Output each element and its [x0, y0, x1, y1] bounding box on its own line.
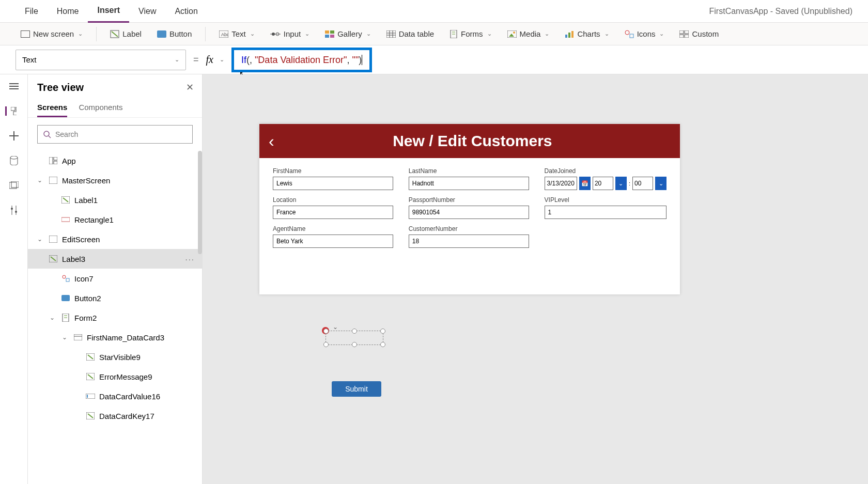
svg-rect-8	[330, 30, 334, 34]
input-dropdown[interactable]: Input ⌄	[265, 29, 315, 38]
menu-action[interactable]: Action	[165, 0, 207, 23]
toggle-icon[interactable]: ⌄	[50, 314, 57, 321]
icons-dropdown[interactable]: Icons ⌄	[619, 29, 670, 38]
tree-node-label: DataCardValue16	[99, 392, 160, 401]
tree-node-label: EditScreen	[62, 235, 100, 244]
form: FirstName LastName DateJoined 3/13/2020 …	[259, 158, 680, 263]
button-button[interactable]: Button	[152, 29, 197, 38]
tree-tabs: Screens Components	[28, 99, 202, 118]
tree-node-label3[interactable]: Label3···	[28, 249, 202, 269]
tree-view-icon[interactable]	[5, 106, 17, 116]
tree-view-panel: Tree view ✕ Screens Components App⌄Maste…	[28, 74, 203, 484]
tree-node-app[interactable]: App	[37, 151, 202, 170]
chevron-down-icon[interactable]: ⌄	[220, 56, 224, 63]
menu-file[interactable]: File	[16, 0, 48, 23]
data-table-button[interactable]: Data table	[381, 29, 439, 38]
back-arrow-icon[interactable]: ‹	[269, 132, 274, 151]
resize-handle[interactable]	[323, 342, 329, 347]
field-vip: VIPLevel	[545, 196, 667, 219]
resize-handle[interactable]	[323, 329, 329, 334]
custnum-input[interactable]	[409, 235, 529, 248]
svg-point-25	[625, 30, 629, 35]
svg-rect-24	[571, 31, 574, 38]
media-dropdown[interactable]: Media ⌄	[502, 29, 555, 38]
chevron-down-icon[interactable]: ⌄	[655, 177, 667, 190]
date-input[interactable]: 3/13/2020	[545, 177, 577, 190]
more-icon[interactable]: ···	[185, 255, 195, 263]
resize-handle[interactable]	[380, 329, 385, 334]
scrollbar[interactable]	[198, 151, 202, 254]
app-preview: ‹ New / Edit Customers FirstName LastNam…	[259, 124, 680, 294]
calendar-icon[interactable]: 📅	[579, 177, 591, 190]
property-selector[interactable]: Text ⌄	[16, 50, 186, 70]
lastname-input[interactable]	[409, 177, 529, 190]
agent-input[interactable]	[273, 235, 393, 248]
selection-handles[interactable]: ✕ ⌄	[326, 331, 383, 345]
tree-node-datacardkey17[interactable]: DataCardKey17	[37, 406, 202, 426]
chevron-down-icon[interactable]: ⌄	[333, 323, 338, 331]
resize-handle[interactable]	[380, 342, 385, 347]
tree-node-masterscreen[interactable]: ⌄MasterScreen	[37, 170, 202, 190]
resize-handle[interactable]	[352, 342, 357, 347]
svg-rect-11	[386, 30, 396, 38]
vip-input[interactable]	[545, 206, 667, 219]
text-dropdown[interactable]: Abc Text ⌄	[214, 29, 260, 38]
submit-button[interactable]: Submit	[332, 381, 381, 397]
passport-input[interactable]	[409, 206, 529, 219]
tools-icon[interactable]	[8, 206, 20, 215]
svg-rect-30	[685, 35, 689, 38]
resize-handle[interactable]	[352, 329, 357, 334]
tree-node-errormessage9[interactable]: ErrorMessage9	[37, 367, 202, 386]
label-button[interactable]: Label	[105, 29, 147, 38]
screen-icon	[49, 235, 58, 243]
tree-node-label1[interactable]: Label1	[37, 190, 202, 210]
search-input[interactable]	[55, 130, 187, 138]
menu-home[interactable]: Home	[48, 0, 88, 23]
toggle-icon[interactable]: ⌄	[37, 236, 44, 243]
tree-node-icon7[interactable]: Icon7	[37, 269, 202, 288]
gallery-dropdown[interactable]: Gallery ⌄	[320, 29, 376, 38]
chevron-down-icon[interactable]: ⌄	[615, 177, 627, 190]
button-icon	[61, 294, 70, 302]
menu-view[interactable]: View	[129, 0, 165, 23]
tree-node-button2[interactable]: Button2	[37, 288, 202, 308]
tree-node-datacardvalue16[interactable]: DataCardValue16	[37, 386, 202, 406]
svg-point-21	[513, 32, 515, 34]
tree-view-title: Tree view	[28, 82, 202, 99]
custom-dropdown[interactable]: Custom	[674, 29, 724, 38]
charts-dropdown[interactable]: Charts ⌄	[560, 29, 614, 38]
data-icon[interactable]	[8, 156, 20, 165]
chevron-down-icon: ⌄	[305, 30, 309, 37]
tab-screens[interactable]: Screens	[37, 99, 67, 117]
hour-select[interactable]: 20	[593, 177, 613, 190]
toggle-icon[interactable]: ⌄	[37, 177, 44, 184]
tree-node-editscreen[interactable]: ⌄EditScreen	[37, 229, 202, 249]
tree-node-starvisible9[interactable]: StarVisible9	[37, 347, 202, 367]
minute-select[interactable]: 00	[632, 177, 653, 190]
location-input[interactable]	[273, 206, 393, 219]
fx-label: fx	[206, 54, 213, 66]
svg-rect-35	[16, 107, 17, 111]
tree-node-rectangle1[interactable]: Rectangle1	[37, 210, 202, 229]
media-panel-icon[interactable]	[8, 181, 20, 190]
insert-icon[interactable]	[8, 131, 20, 140]
table-icon	[386, 30, 396, 38]
field-datejoined: DateJoined 3/13/2020 📅 20 ⌄ : 00 ⌄	[545, 167, 667, 190]
menu-insert[interactable]: Insert	[88, 0, 129, 23]
screen-title: New / Edit Customers	[274, 132, 671, 150]
tree-node-label: FirstName_DataCard3	[87, 333, 164, 342]
tree-node-firstname_datacard3[interactable]: ⌄FirstName_DataCard3	[37, 327, 202, 347]
toggle-icon[interactable]: ⌄	[62, 334, 69, 341]
hamburger-icon[interactable]	[8, 82, 20, 91]
search-box[interactable]	[37, 125, 193, 144]
tree-node-form2[interactable]: ⌄Form2	[37, 308, 202, 327]
new-screen-button[interactable]: New screen ⌄	[16, 29, 88, 38]
selected-control[interactable]	[326, 331, 383, 345]
firstname-input[interactable]	[273, 177, 393, 190]
tab-components[interactable]: Components	[79, 99, 122, 117]
chevron-down-icon: ⌄	[545, 30, 549, 37]
formula-input[interactable]: If(, "Data Validation Error", "") ↖	[231, 48, 372, 72]
svg-rect-22	[565, 35, 567, 38]
forms-dropdown[interactable]: Forms ⌄	[444, 29, 497, 38]
close-icon[interactable]: ✕	[186, 82, 194, 93]
